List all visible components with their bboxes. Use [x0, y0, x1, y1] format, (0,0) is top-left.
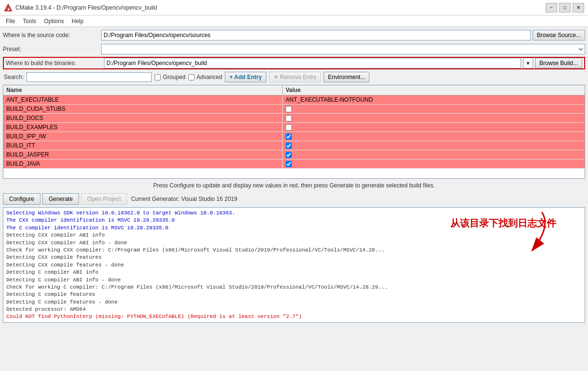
preset-label: Preset:	[3, 46, 99, 53]
cmake-table: Name Value ANT_EXECUTABLEANT_EXECUTABLE-…	[3, 85, 585, 179]
table-checkbox[interactable]	[286, 106, 292, 112]
add-entry-button[interactable]: + Add Entry	[225, 72, 266, 82]
table-row: BUILD_JAVA	[3, 159, 585, 169]
grouped-checkbox-group: Grouped	[155, 74, 185, 80]
table-cell-name: BUILD_IPP_IW	[3, 132, 283, 141]
grouped-checkbox[interactable]	[155, 74, 161, 80]
log-line: Detecting CXX compile features	[6, 254, 582, 261]
binary-row: Where to build the binaries: ▼ Browse Bu…	[3, 57, 585, 69]
table-row: ANT_EXECUTABLEANT_EXECUTABLE-NOTFOUND	[3, 95, 585, 105]
log-line: Detecting CXX compiler ABI info	[6, 232, 582, 239]
table-checkbox[interactable]	[286, 115, 292, 121]
log-line: Detecting C compiler ABI info	[6, 269, 582, 276]
log-line: Check for working C compiler: C:/Program…	[6, 284, 582, 291]
log-line: Check for working CXX compiler: C:/Progr…	[6, 247, 582, 254]
app-icon: ▲	[4, 3, 13, 12]
table-row: BUILD_ITT	[3, 141, 585, 150]
maximize-button[interactable]: □	[559, 3, 571, 13]
generate-button[interactable]: Generate	[42, 193, 79, 205]
preset-select[interactable]	[101, 44, 585, 54]
log-container[interactable]: Selecting Windows SDK version 10.0.18362…	[3, 207, 585, 323]
svg-text:▲: ▲	[7, 7, 11, 11]
table-cell-value[interactable]	[283, 150, 585, 159]
table-cell-name: BUILD_EXAMPLES	[3, 123, 283, 132]
table-cell-name: BUILD_JASPER	[3, 150, 283, 159]
advanced-checkbox[interactable]	[188, 74, 195, 80]
menu-help[interactable]: Help	[68, 17, 88, 26]
table-body: ANT_EXECUTABLEANT_EXECUTABLE-NOTFOUNDBUI…	[3, 95, 585, 169]
table-cell-name: BUILD_ITT	[3, 141, 283, 150]
remove-entry-button[interactable]: ✕ Remove Entry	[269, 72, 321, 82]
log-line: Detecting C compiler ABI info - done	[6, 277, 582, 284]
log-line: Detected processor: AMD64	[6, 306, 582, 313]
table-cell-name: ANT_EXECUTABLE	[3, 95, 283, 104]
open-project-button[interactable]: Open Project	[81, 193, 127, 205]
search-input[interactable]	[26, 72, 152, 82]
close-button[interactable]: ✕	[573, 3, 584, 13]
menu-tools[interactable]: Tools	[19, 17, 40, 26]
table-checkbox[interactable]	[286, 161, 292, 167]
table-cell-value[interactable]	[283, 159, 585, 168]
table-cell-value[interactable]	[283, 114, 585, 122]
log-wrapper: Selecting Windows SDK version 10.0.18362…	[3, 207, 585, 323]
advanced-label: Advanced	[196, 74, 222, 80]
environment-button[interactable]: Environment...	[324, 72, 369, 82]
source-label: Where is the source code:	[3, 32, 99, 39]
log-line: Detecting CXX compile features - done	[6, 262, 582, 269]
search-label: Search:	[4, 74, 24, 80]
table-row: BUILD_EXAMPLES	[3, 123, 585, 132]
status-message: Press Configure to update and display ne…	[3, 180, 585, 191]
generator-text: Current Generator: Visual Studio 16 2019	[131, 196, 237, 202]
search-bar: Search: Grouped Advanced + Add Entry ✕ R…	[3, 71, 585, 83]
table-checkbox[interactable]	[286, 124, 292, 131]
minimize-button[interactable]: −	[546, 3, 557, 13]
table-row: BUILD_CUDA_STUBS	[3, 105, 585, 114]
log-body: Selecting Windows SDK version 10.0.18362…	[6, 210, 582, 321]
binary-dropdown-button[interactable]: ▼	[523, 58, 533, 68]
table-cell-value[interactable]	[283, 105, 585, 113]
table-cell-name: BUILD_JAVA	[3, 159, 283, 168]
table-cell-value: ANT_EXECUTABLE-NOTFOUND	[283, 95, 585, 104]
menu-file[interactable]: File	[2, 17, 19, 26]
advanced-checkbox-group: Advanced	[188, 74, 222, 80]
log-line: Detecting CXX compiler ABI info - done	[6, 239, 582, 247]
binary-label: Where to build the binaries:	[6, 60, 102, 66]
table-cell-name: BUILD_CUDA_STUBS	[3, 105, 283, 113]
table-checkbox[interactable]	[286, 133, 292, 140]
action-row: Configure Generate Open Project Current …	[3, 192, 585, 206]
binary-input[interactable]	[104, 58, 521, 68]
name-column-header: Name	[3, 85, 283, 95]
table-row: BUILD_IPP_IW	[3, 132, 585, 141]
configure-button[interactable]: Configure	[3, 193, 40, 205]
title-bar: ▲ CMake 3.19.4 - D:/Program Files/Opencv…	[0, 0, 588, 15]
log-line: Detecting C compile features	[6, 291, 582, 298]
table-row: BUILD_JASPER	[3, 150, 585, 159]
menu-options[interactable]: Options	[40, 17, 67, 26]
log-line: The C compiler identification is MSVC 19…	[6, 225, 582, 232]
title-text: CMake 3.19.4 - D:/Program Files/Opencv/o…	[15, 4, 546, 11]
table-header: Name Value	[3, 85, 585, 95]
main-content: Where is the source code: Browse Source.…	[0, 27, 588, 325]
log-line: Could NOT find PythonInterp (missing: PY…	[6, 313, 582, 320]
table-checkbox[interactable]	[286, 143, 292, 149]
log-line: The CXX compiler identification is MSVC …	[6, 217, 582, 224]
log-line: Detecting C compile features - done	[6, 299, 582, 306]
table-cell-value[interactable]	[283, 123, 585, 132]
value-column-header: Value	[283, 85, 579, 95]
table-row: BUILD_DOCS	[3, 114, 585, 123]
source-input[interactable]	[101, 30, 531, 40]
table-cell-name: BUILD_DOCS	[3, 114, 283, 122]
preset-row: Preset:	[3, 43, 585, 55]
table-checkbox[interactable]	[286, 152, 292, 158]
table-cell-value[interactable]	[283, 132, 585, 141]
source-row: Where is the source code: Browse Source.…	[3, 29, 585, 41]
log-line: Selecting Windows SDK version 10.0.18362…	[6, 210, 582, 217]
grouped-label: Grouped	[163, 74, 185, 80]
menu-bar: File Tools Options Help	[0, 15, 588, 27]
browse-build-button[interactable]: Browse Build...	[535, 58, 582, 68]
table-cell-value[interactable]	[283, 141, 585, 150]
browse-source-button[interactable]: Browse Source...	[533, 30, 585, 40]
